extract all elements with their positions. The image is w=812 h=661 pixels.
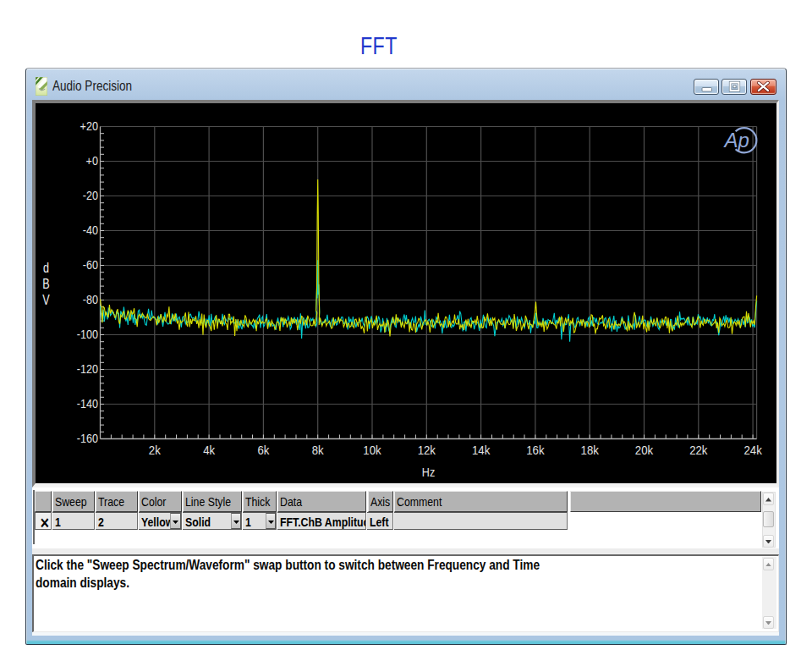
svg-text:20k: 20k [635, 442, 654, 456]
svg-text:8k: 8k [312, 442, 324, 456]
svg-text:B: B [43, 276, 50, 291]
svg-text:6k: 6k [258, 442, 270, 456]
svg-text:-160: -160 [77, 431, 98, 445]
svg-text:-40: -40 [83, 223, 98, 237]
svg-text:+0: +0 [86, 153, 98, 168]
svg-text:-60: -60 [83, 257, 98, 272]
svg-text:d: d [43, 259, 49, 274]
svg-text:14k: 14k [472, 442, 491, 456]
svg-text:V: V [43, 292, 50, 307]
svg-text:-80: -80 [83, 292, 98, 306]
svg-text:16k: 16k [527, 442, 546, 456]
svg-text:2k: 2k [149, 442, 161, 456]
svg-text:-140: -140 [77, 396, 98, 410]
svg-text:18k: 18k [581, 442, 600, 456]
svg-text:Hz: Hz [422, 465, 435, 479]
svg-text:22k: 22k [689, 442, 708, 456]
svg-text:24k: 24k [744, 442, 763, 456]
svg-text:-100: -100 [77, 327, 98, 341]
svg-text:-120: -120 [77, 361, 98, 376]
svg-text:-20: -20 [83, 188, 98, 202]
svg-text:+20: +20 [80, 118, 98, 133]
svg-text:10k: 10k [364, 442, 382, 456]
svg-text:Ap: Ap [723, 129, 749, 151]
svg-text:12k: 12k [418, 442, 436, 456]
svg-text:4k: 4k [203, 442, 215, 456]
